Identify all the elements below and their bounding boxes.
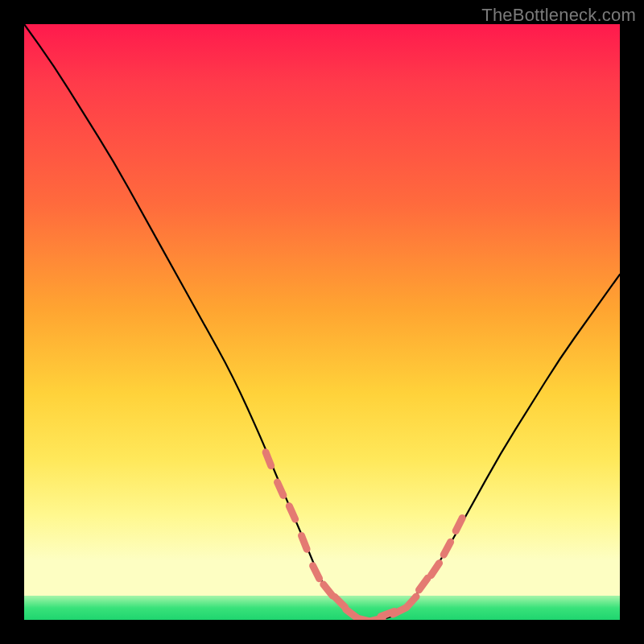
marker-dash [335, 597, 345, 607]
marker-dash [289, 506, 295, 519]
marker-dash [302, 535, 308, 549]
highlighted-points [266, 452, 462, 620]
watermark-text: TheBottleneck.com [481, 5, 636, 26]
chart-svg [24, 24, 620, 620]
marker-dash [278, 482, 283, 495]
marker-dash [431, 564, 440, 576]
marker-dash [407, 597, 416, 607]
marker-dash [324, 584, 332, 596]
bottleneck-curve [24, 24, 620, 620]
chart-stage: TheBottleneck.com [0, 0, 644, 644]
marker-dash [456, 518, 462, 531]
marker-dash [313, 566, 320, 579]
plot-area [24, 24, 620, 620]
marker-dash [266, 452, 271, 466]
marker-dash [444, 542, 450, 555]
marker-dash [419, 578, 428, 590]
